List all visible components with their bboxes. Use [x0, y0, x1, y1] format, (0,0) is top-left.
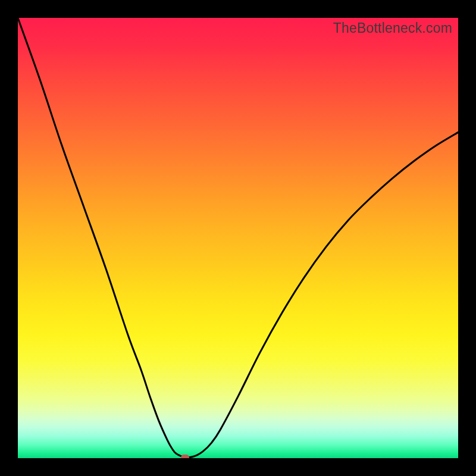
chart-frame: TheBottleneck.com [0, 0, 476, 476]
minimum-marker [181, 455, 189, 458]
plot-area: TheBottleneck.com [18, 18, 458, 458]
bottleneck-curve [18, 18, 458, 458]
